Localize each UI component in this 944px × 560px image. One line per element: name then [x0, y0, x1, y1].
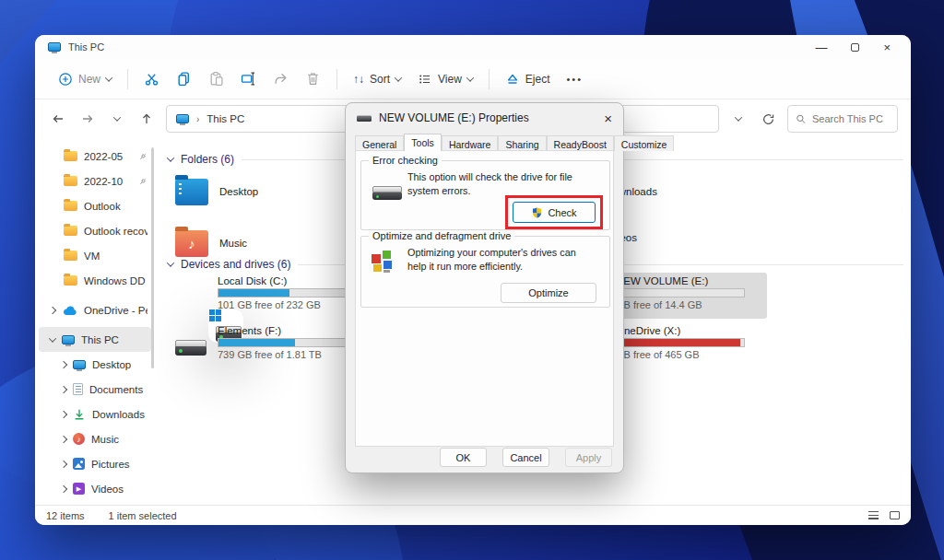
folder-tile-desktop[interactable]: Desktop: [175, 169, 258, 214]
sidebar-item-documents[interactable]: Documents: [39, 377, 151, 402]
paste-button[interactable]: [200, 64, 232, 93]
rename-icon: [241, 71, 256, 87]
chevron-right-icon: [60, 360, 67, 368]
dialog-close-button[interactable]: ×: [604, 111, 612, 125]
copy-icon: [176, 71, 192, 87]
drive-tile-f[interactable]: Elements (F:) 739 GB free of 1.81 TB: [171, 322, 371, 368]
refresh-button[interactable]: [758, 107, 778, 131]
maximize-button[interactable]: [851, 43, 859, 52]
more-options-button[interactable]: •••: [559, 67, 592, 91]
item-count: 12 items: [46, 510, 85, 521]
chevron-right-icon: [60, 435, 67, 442]
drive-tile-c[interactable]: Local Disk (C:) 101 GB free of 232 GB: [171, 273, 371, 319]
eject-label: Eject: [525, 73, 550, 86]
chevron-down-icon: [113, 113, 121, 121]
cancel-button[interactable]: Cancel: [502, 448, 549, 467]
sidebar-item-desktop[interactable]: Desktop: [39, 352, 151, 377]
capacity-bar: [218, 288, 347, 298]
desktop-folder-icon: [175, 179, 208, 205]
title-bar[interactable]: This PC — ×: [35, 35, 911, 59]
pin-icon: [138, 152, 148, 161]
desktop-wallpaper: This PC — × New: [0, 0, 944, 560]
sort-label: Sort: [370, 73, 390, 86]
toolbar-divider: [127, 69, 128, 89]
folder-icon: [64, 201, 77, 211]
sidebar-item-2022-10[interactable]: 2022-10: [39, 169, 151, 193]
breadcrumb[interactable]: This PC: [206, 113, 244, 124]
apply-button[interactable]: Apply: [565, 448, 612, 467]
view-label: View: [438, 73, 462, 86]
up-button[interactable]: [136, 107, 157, 131]
forward-button[interactable]: [77, 107, 98, 131]
new-label: New: [78, 73, 100, 86]
breadcrumb-separator: ›: [196, 114, 199, 124]
dialog-title-bar[interactable]: NEW VOLUME (E:) Properties ×: [346, 103, 623, 131]
chevron-right-icon: [60, 484, 67, 492]
drive-icon: [173, 324, 208, 357]
search-box[interactable]: [787, 105, 898, 133]
capacity-bar: [616, 338, 745, 347]
folder-icon: [64, 251, 77, 261]
details-view-icon[interactable]: [868, 511, 879, 519]
drive-icon: [372, 181, 402, 200]
sort-button[interactable]: ↑↓ Sort: [345, 66, 409, 92]
clipboard-icon: [208, 71, 224, 87]
sidebar-item-this-pc[interactable]: This PC: [39, 327, 151, 352]
folder-icon: [64, 275, 77, 286]
onedrive-cloud-icon: [62, 305, 77, 316]
sidebar-scrollbar[interactable]: [151, 147, 154, 368]
this-pc-icon: [176, 114, 189, 123]
videos-icon: ▶: [73, 483, 85, 495]
chevron-down-icon: [735, 113, 742, 121]
chevron-down-icon: [395, 74, 402, 81]
eject-button[interactable]: Eject: [497, 65, 559, 93]
sidebar-item-onedrive[interactable]: OneDrive - Perso: [39, 298, 151, 322]
pin-icon: [138, 177, 148, 186]
sidebar-item-outlook-recovery[interactable]: Outlook recove: [39, 218, 151, 243]
ok-button[interactable]: OK: [440, 448, 487, 467]
chevron-right-icon: [60, 410, 67, 417]
optimize-button[interactable]: Optimize: [501, 283, 596, 303]
tab-customize[interactable]: Customize: [614, 135, 675, 151]
close-button[interactable]: ×: [883, 41, 891, 53]
sidebar-item-2022-05[interactable]: 2022-05: [39, 144, 151, 169]
tab-general[interactable]: General: [355, 135, 404, 151]
new-button[interactable]: New: [50, 65, 120, 93]
large-icons-view-icon[interactable]: [890, 511, 900, 519]
tab-hardware[interactable]: Hardware: [442, 135, 499, 151]
recent-locations-button[interactable]: [107, 107, 127, 131]
sidebar-item-videos[interactable]: ▶ Videos: [39, 476, 151, 501]
copy-button[interactable]: [168, 64, 200, 93]
cut-button[interactable]: [136, 64, 168, 93]
downloads-icon: [73, 408, 86, 421]
this-pc-icon: [62, 335, 75, 344]
chevron-down-icon: [49, 334, 56, 342]
plus-circle-icon: [58, 72, 73, 87]
address-dropdown-button[interactable]: [728, 107, 749, 131]
pictures-icon: [73, 458, 85, 470]
eject-icon: [505, 72, 520, 87]
sidebar-item-music[interactable]: ♪ Music: [39, 426, 151, 451]
tab-readyboost[interactable]: ReadyBoost: [547, 135, 614, 151]
sidebar-item-pictures[interactable]: Pictures: [39, 451, 151, 476]
back-button[interactable]: [48, 107, 68, 131]
sidebar-item-windows-dd[interactable]: Windows DD: [39, 268, 151, 293]
search-icon: [796, 113, 807, 125]
trash-icon: [305, 71, 321, 87]
chevron-right-icon: [49, 306, 56, 313]
delete-button[interactable]: [297, 64, 329, 93]
rename-button[interactable]: [232, 64, 265, 93]
search-input[interactable]: [812, 113, 890, 124]
ellipsis-icon: •••: [567, 74, 584, 85]
minimize-button[interactable]: —: [815, 41, 827, 53]
view-button[interactable]: View: [409, 65, 481, 93]
tab-tools[interactable]: Tools: [404, 134, 442, 151]
sidebar-item-outlook[interactable]: Outlook: [39, 193, 151, 218]
music-icon: ♪: [73, 433, 85, 445]
sidebar-item-vm[interactable]: VM: [39, 243, 151, 268]
check-button[interactable]: Check: [513, 202, 596, 223]
share-button[interactable]: [265, 64, 297, 93]
chevron-down-icon: [466, 74, 474, 81]
sidebar-item-downloads[interactable]: Downloads: [39, 402, 151, 426]
tab-sharing[interactable]: Sharing: [498, 135, 546, 151]
